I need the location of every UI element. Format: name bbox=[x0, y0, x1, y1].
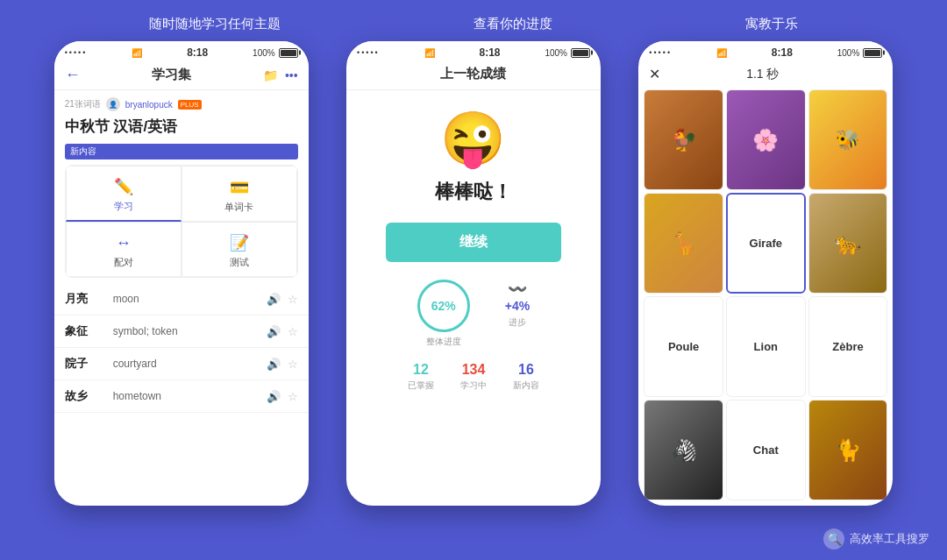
poule-label: Poule bbox=[668, 340, 699, 353]
chat-label: Chat bbox=[753, 443, 779, 457]
phone1-more-icon[interactable]: ••• bbox=[285, 68, 298, 82]
mode-match-label: 配对 bbox=[114, 256, 133, 269]
progress-circle: 62% bbox=[417, 280, 470, 332]
page-watermark: 🔍 高效率工具搜罗 bbox=[823, 528, 929, 549]
learning-stat: 134 学习中 bbox=[460, 362, 487, 392]
mode-test[interactable]: 📝 测试 bbox=[182, 222, 297, 277]
vocab-chinese-2: 象征 bbox=[65, 323, 113, 339]
phone-2: ••••• 📶 8:18 100% 上一轮成绩 😜 棒棒哒！ 继续 62% 整体… bbox=[346, 41, 601, 506]
new-label: 新内容 bbox=[513, 379, 539, 392]
mode-study[interactable]: ✏️ 学习 bbox=[66, 166, 182, 222]
improvement-value: +4% bbox=[505, 299, 530, 313]
phone1-username: bryanlopuck bbox=[125, 100, 173, 110]
phone1-mode-grid: ✏️ 学习 💳 单词卡 ↔️ 配对 📝 测试 bbox=[65, 165, 298, 278]
phone2-emoji: 😜 bbox=[440, 108, 506, 170]
grid-cell-lion-text[interactable]: Lion bbox=[726, 296, 806, 397]
phone3-grid: 🐓 🌸 🐝 🦒 Girafe 🐆 Poule Li bbox=[638, 89, 893, 506]
mode-study-label: 学习 bbox=[114, 200, 133, 213]
phone-3: ••••• 📶 8:18 100% ✕ 1.1 秒 🐓 🌸 🐝 bbox=[638, 41, 893, 506]
star-icon-3[interactable]: ☆ bbox=[288, 358, 298, 371]
phone1-word-count: 21张词语 bbox=[65, 98, 101, 110]
phone2-wifi-icon: 📶 bbox=[424, 48, 435, 58]
vocab-item-2[interactable]: 象征 symbol; token 🔊 ☆ bbox=[54, 315, 309, 348]
mastered-label: 已掌握 bbox=[408, 379, 434, 392]
vocab-chinese-3: 院子 bbox=[65, 356, 113, 372]
star-icon-4[interactable]: ☆ bbox=[288, 390, 298, 403]
grid-cell-rooster[interactable]: 🐓 bbox=[644, 89, 723, 190]
audio-icon-2[interactable]: 🔊 bbox=[267, 325, 281, 338]
grid-cell-bottom-right[interactable]: 🐈 bbox=[808, 400, 888, 500]
phone1-deck-title: 中秋节 汉语/英语 bbox=[54, 115, 309, 144]
overall-progress-stat: 62% 整体进度 bbox=[417, 280, 470, 348]
vocab-item-1[interactable]: 月亮 moon 🔊 ☆ bbox=[54, 283, 309, 315]
grid-cell-cat[interactable]: 🐆 bbox=[808, 193, 888, 294]
phone1-plus-badge: PLUS bbox=[178, 100, 202, 110]
grid-cell-giraffe-img[interactable]: 🦒 bbox=[644, 193, 723, 294]
audio-icon-3[interactable]: 🔊 bbox=[267, 358, 281, 371]
phone3-wifi-icon: 📶 bbox=[716, 48, 727, 58]
audio-icon-1[interactable]: 🔊 bbox=[267, 293, 281, 306]
phone3-signal-dots: ••••• bbox=[649, 48, 672, 57]
phone2-body: 😜 棒棒哒！ 继续 62% 整体进度 〰️ +4% 进步 bbox=[346, 90, 601, 506]
progress-label: 整体进度 bbox=[426, 336, 461, 348]
phone1-battery-pct: 100% bbox=[253, 48, 275, 58]
mastered-num: 12 bbox=[413, 362, 429, 378]
flashcard-icon: 💳 bbox=[230, 178, 249, 197]
vocab-item-4[interactable]: 故乡 hometown 🔊 ☆ bbox=[54, 380, 309, 413]
phone1-status-bar: ••••• 📶 8:18 100% bbox=[54, 41, 309, 62]
girafe-label: Girafe bbox=[750, 237, 783, 250]
grid-cell-flower[interactable]: 🌸 bbox=[726, 89, 806, 190]
grid-cell-chat-text[interactable]: Chat bbox=[726, 400, 806, 500]
mode-match[interactable]: ↔️ 配对 bbox=[66, 222, 182, 277]
vocab-english-2: symbol; token bbox=[113, 325, 267, 337]
phone1-back-button[interactable]: ← bbox=[65, 66, 81, 84]
phone1-nav-title: 学习集 bbox=[152, 67, 191, 83]
phone2-signal-dots: ••••• bbox=[357, 48, 380, 57]
watermark-icon: 🔍 bbox=[823, 528, 844, 549]
new-stat: 16 新内容 bbox=[513, 362, 539, 392]
mastered-stat: 12 已掌握 bbox=[408, 362, 434, 392]
phone2-nav-title: 上一轮成绩 bbox=[440, 66, 506, 82]
vocab-chinese-1: 月亮 bbox=[65, 291, 113, 307]
grid-cell-bug[interactable]: 🐝 bbox=[808, 89, 888, 190]
phone3-game-time: 1.1 秒 bbox=[746, 67, 779, 82]
new-num: 16 bbox=[518, 362, 534, 378]
phone3-time: 8:18 bbox=[772, 46, 793, 59]
vocab-english-3: courtyard bbox=[113, 358, 267, 370]
phone1-new-badge: 新内容 bbox=[65, 144, 298, 159]
phone3-close-button[interactable]: ✕ bbox=[649, 66, 660, 82]
header-label-2: 查看你的进度 bbox=[474, 16, 552, 32]
vocab-english-4: hometown bbox=[113, 390, 267, 402]
improvement-stat: 〰️ +4% 进步 bbox=[505, 280, 530, 348]
header-label-1: 随时随地学习任何主题 bbox=[149, 16, 281, 32]
vocab-item-3[interactable]: 院子 courtyard 🔊 ☆ bbox=[54, 348, 309, 380]
phone1-nav-icons: 📁 ••• bbox=[263, 68, 298, 82]
star-icon-2[interactable]: ☆ bbox=[288, 325, 298, 338]
phone1-wifi-icon: 📶 bbox=[132, 48, 142, 58]
vocab-english-1: moon bbox=[113, 293, 267, 305]
grid-cell-girafe-text[interactable]: Girafe bbox=[726, 193, 806, 294]
grid-cell-zebre-text[interactable]: Zèbre bbox=[808, 296, 888, 397]
mode-flashcard[interactable]: 💳 单词卡 bbox=[182, 166, 297, 222]
phone2-status-bar: ••••• 📶 8:18 100% bbox=[346, 41, 601, 62]
phone3-status-bar: ••••• 📶 8:18 100% bbox=[638, 41, 893, 62]
watermark-text: 高效率工具搜罗 bbox=[850, 531, 929, 547]
grid-cell-zebra[interactable]: 🦓 bbox=[644, 400, 723, 500]
audio-icon-4[interactable]: 🔊 bbox=[267, 390, 281, 403]
test-icon: 📝 bbox=[230, 233, 249, 252]
mode-flashcard-label: 单词卡 bbox=[224, 201, 253, 214]
phone1-folder-icon[interactable]: 📁 bbox=[263, 68, 278, 82]
phone2-bottom-stats: 12 已掌握 134 学习中 16 新内容 bbox=[408, 362, 539, 392]
phone2-stats-row: 62% 整体进度 〰️ +4% 进步 bbox=[417, 280, 530, 348]
grid-cell-poule-text[interactable]: Poule bbox=[644, 296, 723, 397]
phone-1: ••••• 📶 8:18 100% ← 学习集 📁 ••• 21张词语 👤 br… bbox=[54, 41, 309, 506]
phone2-time: 8:18 bbox=[480, 46, 501, 59]
phone1-user-info: 21张词语 👤 bryanlopuck PLUS bbox=[54, 90, 309, 115]
phone1-battery-icon bbox=[279, 48, 298, 58]
phone3-battery-icon bbox=[863, 48, 882, 58]
star-icon-1[interactable]: ☆ bbox=[288, 293, 298, 306]
phone3-battery-pct: 100% bbox=[837, 48, 860, 58]
learning-label: 学习中 bbox=[460, 379, 487, 392]
phone1-time: 8:18 bbox=[187, 46, 208, 59]
continue-button[interactable]: 继续 bbox=[386, 223, 561, 262]
